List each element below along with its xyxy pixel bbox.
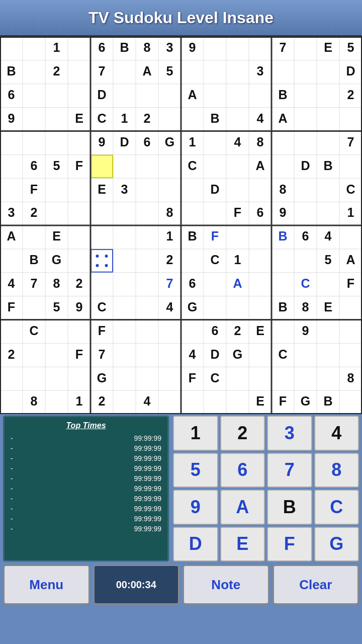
numpad-button-A[interactable]: A <box>220 490 265 525</box>
numpad-button-5[interactable]: 5 <box>173 453 218 488</box>
numpad-button-D[interactable]: D <box>173 527 218 562</box>
note-button[interactable]: Note <box>183 565 269 605</box>
numpad-button-1[interactable]: 1 <box>173 416 218 451</box>
numpad-button-8[interactable]: 8 <box>314 453 359 488</box>
rank: - <box>11 505 13 513</box>
time-row: -99:99:99 <box>11 524 161 534</box>
numpad-button-9[interactable]: 9 <box>173 490 218 525</box>
numpad-button-B[interactable]: B <box>267 490 312 525</box>
time: 99:99:99 <box>134 485 162 493</box>
timer-display: 00:00:34 <box>93 565 180 605</box>
rank: - <box>11 464 13 472</box>
numpad-button-2[interactable]: 2 <box>220 416 265 451</box>
time: 99:99:99 <box>134 525 162 533</box>
numpad-button-4[interactable]: 4 <box>314 416 359 451</box>
time-row: -99:99:99 <box>11 504 161 514</box>
time: 99:99:99 <box>134 474 162 482</box>
numpad-button-C[interactable]: C <box>314 490 359 525</box>
middle-row: Top Times -99:99:99-99:99:99-99:99:99-99… <box>3 416 359 561</box>
control-bar: Menu 00:00:34 Note Clear <box>3 565 359 605</box>
rank: - <box>11 525 13 533</box>
time: 99:99:99 <box>134 434 162 442</box>
time-row: -99:99:99 <box>11 514 161 524</box>
rank: - <box>11 454 13 462</box>
time-row: -99:99:99 <box>11 443 161 453</box>
rank: - <box>11 434 13 442</box>
clear-button[interactable]: Clear <box>273 565 359 605</box>
numpad-button-6[interactable]: 6 <box>220 453 265 488</box>
rank: - <box>11 444 13 452</box>
menu-button[interactable]: Menu <box>3 565 90 605</box>
time: 99:99:99 <box>134 505 162 513</box>
top-times-title: Top Times <box>11 421 161 430</box>
numpad-button-F[interactable]: F <box>267 527 312 562</box>
header: TV Sudoku Level Insane <box>0 0 362 35</box>
time-row: -99:99:99 <box>11 453 161 463</box>
numpad-button-3[interactable]: 3 <box>267 416 312 451</box>
time-row: -99:99:99 <box>11 484 161 494</box>
times-list: -99:99:99-99:99:99-99:99:99-99:99:99-99:… <box>11 433 161 534</box>
time: 99:99:99 <box>134 444 162 452</box>
bottom-panel: Top Times -99:99:99-99:99:99-99:99:99-99… <box>0 413 362 644</box>
page-title: TV Sudoku Level Insane <box>88 9 274 27</box>
numpad-button-G[interactable]: G <box>314 527 359 562</box>
numpad-button-7[interactable]: 7 <box>267 453 312 488</box>
time-row: -99:99:99 <box>11 473 161 484</box>
rank: - <box>11 515 13 523</box>
time: 99:99:99 <box>134 495 162 503</box>
time-row: -99:99:99 <box>11 433 161 443</box>
numpad: 123456789ABCDEFG <box>173 416 359 561</box>
rank: - <box>11 495 13 503</box>
numpad-button-E[interactable]: E <box>220 527 265 562</box>
top-times-panel: Top Times -99:99:99-99:99:99-99:99:99-99… <box>3 416 169 561</box>
time: 99:99:99 <box>134 515 162 523</box>
rank: - <box>11 485 13 493</box>
time-row: -99:99:99 <box>11 494 161 504</box>
time: 99:99:99 <box>134 464 162 472</box>
rank: - <box>11 474 13 482</box>
time-row: -99:99:99 <box>11 463 161 473</box>
time: 99:99:99 <box>134 454 162 462</box>
